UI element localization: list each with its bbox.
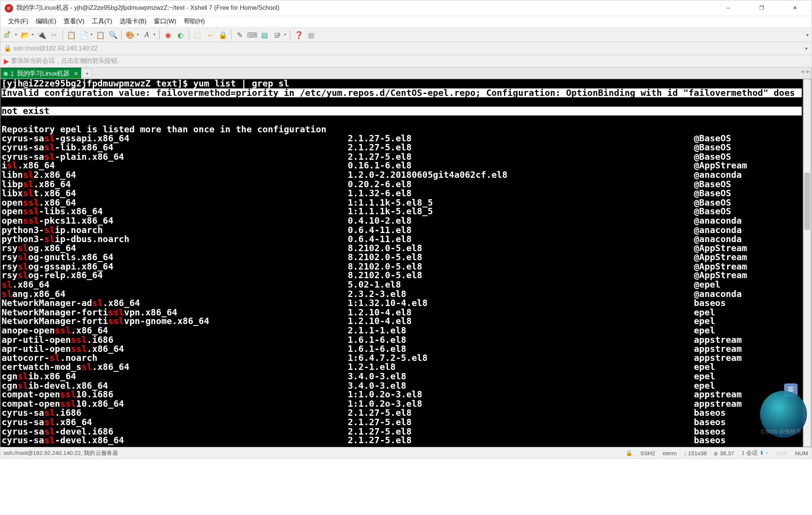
lock-icon: 🔒 — [626, 450, 633, 456]
tab-nav-arrows[interactable]: ◀▶ — [801, 69, 810, 74]
properties-button[interactable]: 📋 — [65, 29, 77, 40]
window-menu[interactable]: 窗口(W) — [151, 16, 180, 27]
status-term-type: xterm — [662, 450, 677, 456]
status-caps: CAP — [776, 450, 788, 456]
separator — [189, 30, 189, 39]
terminal-output[interactable]: [yjh@iZ2ze95bg2jfpdmuwpmzwzZ text]$ yum … — [0, 79, 803, 447]
session-tab[interactable]: 1 我的学习Linux机器 ✕ — [0, 68, 81, 79]
separator — [159, 30, 160, 39]
toolbar-overflow-icon[interactable]: ▾ — [806, 32, 809, 37]
open-button[interactable]: 📂 — [19, 29, 30, 40]
keymap-button[interactable]: ⌨ — [247, 29, 258, 40]
help-button[interactable]: ❓ — [293, 29, 304, 40]
status-connection: ssh://root@182.92.240.140:22, 我的云服务器 — [4, 449, 118, 457]
status-protocol: SSH2 — [640, 450, 655, 456]
minimize-button[interactable]: ─ — [717, 3, 741, 13]
app-icon — [5, 4, 13, 12]
tip-bar: ▶ 要添加当前会话，点击左侧的箭头按钮。 — [0, 55, 811, 68]
status-size: ↕ 151x38 — [684, 450, 707, 456]
paste-button[interactable]: 📋 — [95, 29, 106, 40]
separator — [231, 30, 231, 39]
tab-number: 1 — [11, 70, 14, 77]
status-sessions: 1 会话 ⬆ ▾ — [741, 449, 768, 457]
find-button[interactable]: 🔍 — [107, 29, 118, 40]
scrollbar-thumb[interactable] — [804, 173, 810, 230]
edit-menu[interactable]: 编辑(E) — [32, 16, 59, 27]
address-bar[interactable]: 🔒 ssh://root@182.92.240.140:22 ▾ — [0, 42, 811, 55]
highlight-button[interactable]: ✎ — [234, 29, 245, 40]
scrollbar[interactable] — [803, 79, 811, 447]
window-title: 我的学习Linux机器 - yjh@iZ2ze95bg2jfpdmuwpmzwz… — [16, 4, 279, 13]
toolbar: ⎚✸▾ 📂▾ 🔌 ✂ 📋 📄▾ 📋 🔍 🎨▾ A▾ ◉ ◐ ⬚ ↔ 🔒 ✎ ⌨ … — [0, 27, 811, 42]
color-scheme-button[interactable]: 🎨 — [124, 29, 136, 40]
compose-button[interactable]: ↔ — [205, 29, 216, 40]
address-text: ssh://root@182.92.240.140:22 — [14, 45, 98, 52]
lock-icon: 🔒 — [4, 45, 12, 52]
help-menu[interactable]: 帮助(H) — [180, 16, 208, 27]
reconnect-button[interactable]: 🔌 — [36, 29, 47, 40]
close-tab-icon[interactable]: ✕ — [74, 70, 78, 77]
status-bar: ssh://root@182.92.240.140:22, 我的云服务器 🔒 S… — [0, 447, 811, 458]
dropdown-arrow-icon[interactable]: ▾ — [89, 33, 94, 37]
xagent-button[interactable]: ◉ — [162, 29, 174, 40]
terminal-button[interactable]: ▤ — [259, 29, 270, 40]
status-num: NUM — [795, 450, 808, 456]
close-button[interactable]: ✕ — [783, 3, 807, 13]
lock-button[interactable]: 🔒 — [217, 29, 228, 40]
file-menu[interactable]: 文件(F) — [5, 16, 31, 27]
quickstart-button[interactable]: ▦ — [305, 29, 317, 40]
disconnect-button[interactable]: ✂ — [48, 29, 60, 40]
tab-label: 我的学习Linux机器 — [17, 69, 69, 78]
tools-menu[interactable]: 工具(T) — [89, 16, 115, 27]
maximize-button[interactable]: ❐ — [750, 3, 774, 13]
dropdown-arrow-icon[interactable]: ▾ — [153, 33, 157, 37]
separator — [62, 30, 63, 39]
status-cursor: ⊞ 38,37 — [714, 450, 734, 456]
xftp-button[interactable]: ◐ — [175, 29, 186, 40]
new-session-button[interactable]: ⎚✸ — [3, 29, 14, 40]
separator — [290, 30, 290, 39]
connection-status-icon — [4, 71, 8, 76]
dropdown-arrow-icon[interactable]: ▾ — [283, 33, 287, 37]
tabs-menu[interactable]: 选项卡(B) — [117, 16, 150, 27]
quick-button[interactable]: ⬚ — [192, 29, 203, 40]
flag-icon[interactable]: ▶ — [4, 57, 9, 65]
copy-button[interactable]: 📄 — [78, 29, 89, 40]
view-menu[interactable]: 查看(V) — [61, 16, 88, 27]
dropdown-arrow-icon[interactable]: ▾ — [14, 33, 18, 37]
menu-bar: 文件(F) 编辑(E) 查看(V) 工具(T) 选项卡(B) 窗口(W) 帮助(… — [0, 16, 811, 27]
tab-bar: 1 我的学习Linux机器 ✕ + ◀▶ — [0, 68, 811, 79]
dropdown-arrow-icon[interactable]: ▾ — [136, 33, 140, 37]
new-tab-button[interactable]: + — [82, 69, 92, 78]
dropdown-arrow-icon[interactable]: ▾ — [31, 33, 35, 37]
separator — [121, 30, 121, 39]
title-bar: 我的学习Linux机器 - yjh@iZ2ze95bg2jfpdmuwpmzwz… — [0, 0, 811, 16]
tip-text: 要添加当前会话，点击左侧的箭头按钮。 — [11, 57, 123, 66]
font-button[interactable]: A — [141, 29, 152, 40]
screen-button[interactable]: 🖳 — [271, 29, 283, 40]
history-dropdown-icon[interactable]: ▾ — [805, 46, 808, 51]
